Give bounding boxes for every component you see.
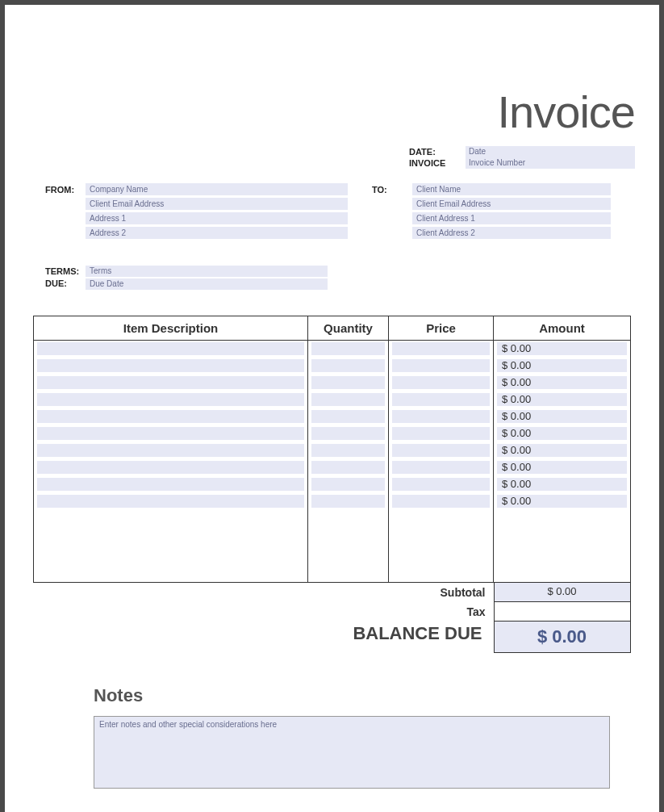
to-address2-input[interactable]: Client Address 2 — [412, 227, 611, 239]
date-label: DATE: — [409, 147, 466, 157]
cell-description[interactable] — [37, 376, 304, 389]
cell-description[interactable] — [37, 410, 304, 423]
cell-description[interactable] — [37, 495, 304, 508]
table-row: $ 0.00 — [34, 476, 631, 493]
cell-price[interactable] — [392, 495, 490, 508]
tax-label: Tax — [458, 602, 493, 622]
cell-price[interactable] — [392, 393, 490, 406]
date-input[interactable]: Date — [466, 146, 635, 157]
cell-description[interactable] — [37, 478, 304, 491]
cell-quantity[interactable] — [311, 427, 385, 440]
cell-quantity[interactable] — [311, 359, 385, 372]
cell-amount: $ 0.00 — [497, 427, 627, 440]
cell-price[interactable] — [392, 427, 490, 440]
notes-heading: Notes — [94, 685, 635, 706]
cell-description[interactable] — [37, 461, 304, 474]
cell-amount: $ 0.00 — [497, 342, 627, 355]
from-address2-input[interactable]: Address 2 — [86, 227, 348, 239]
cell-description[interactable] — [37, 393, 304, 406]
subtotal-label: Subtotal — [432, 583, 494, 602]
cell-price[interactable] — [392, 376, 490, 389]
cell-description[interactable] — [37, 359, 304, 372]
cell-amount: $ 0.00 — [497, 359, 627, 372]
table-row: $ 0.00 — [34, 341, 631, 358]
cell-quantity[interactable] — [311, 393, 385, 406]
table-row: $ 0.00 — [34, 391, 631, 408]
cell-description[interactable] — [37, 444, 304, 457]
cell-amount: $ 0.00 — [497, 393, 627, 406]
terms-section: TERMS: DUE: Terms Due Date — [45, 266, 635, 291]
to-name-input[interactable]: Client Name — [412, 183, 611, 195]
page-title: Invoice — [29, 86, 635, 138]
balance-due-value: $ 0.00 — [494, 622, 631, 653]
cell-amount: $ 0.00 — [497, 444, 627, 457]
cell-amount: $ 0.00 — [497, 461, 627, 474]
cell-price[interactable] — [392, 359, 490, 372]
table-row: $ 0.00 — [34, 493, 631, 510]
due-label: DUE: — [45, 278, 86, 290]
to-address1-input[interactable]: Client Address 1 — [412, 212, 611, 224]
table-row: $ 0.00 — [34, 375, 631, 391]
tax-value[interactable] — [494, 602, 631, 622]
balance-due-label: BALANCE DUE — [341, 622, 493, 653]
col-header-amount: Amount — [494, 316, 631, 341]
from-company-input[interactable]: Company Name — [86, 183, 348, 195]
cell-quantity[interactable] — [311, 478, 385, 491]
invoice-number-label: INVOICE — [409, 158, 466, 168]
parties-section: FROM: Company Name Client Email Address … — [29, 183, 635, 241]
cell-price[interactable] — [392, 461, 490, 474]
invoice-meta: DATE: Date INVOICE Invoice Number — [409, 146, 635, 169]
col-header-description: Item Description — [34, 316, 308, 341]
terms-input[interactable]: Terms — [86, 266, 328, 277]
subtotal-value: $ 0.00 — [494, 583, 631, 602]
line-items-table: Item Description Quantity Price Amount $… — [33, 316, 631, 583]
totals-section: Subtotal $ 0.00 Tax BALANCE DUE $ 0.00 — [34, 583, 631, 653]
col-header-price: Price — [389, 316, 494, 341]
to-email-input[interactable]: Client Email Address — [412, 198, 611, 210]
cell-quantity[interactable] — [311, 342, 385, 355]
col-header-quantity: Quantity — [308, 316, 389, 341]
from-label: FROM: — [45, 183, 86, 241]
cell-quantity[interactable] — [311, 376, 385, 389]
cell-price[interactable] — [392, 478, 490, 491]
due-date-input[interactable]: Due Date — [86, 278, 328, 290]
cell-amount: $ 0.00 — [497, 410, 627, 423]
cell-amount: $ 0.00 — [497, 478, 627, 491]
from-email-input[interactable]: Client Email Address — [86, 198, 348, 210]
cell-price[interactable] — [392, 410, 490, 423]
notes-input[interactable]: Enter notes and other special considerat… — [94, 716, 610, 789]
cell-quantity[interactable] — [311, 410, 385, 423]
cell-quantity[interactable] — [311, 461, 385, 474]
cell-quantity[interactable] — [311, 495, 385, 508]
cell-price[interactable] — [392, 444, 490, 457]
table-row: $ 0.00 — [34, 425, 631, 442]
table-row: $ 0.00 — [34, 442, 631, 459]
cell-description[interactable] — [37, 342, 304, 355]
cell-quantity[interactable] — [311, 444, 385, 457]
from-address1-input[interactable]: Address 1 — [86, 212, 348, 224]
cell-price[interactable] — [392, 342, 490, 355]
table-row: $ 0.00 — [34, 358, 631, 375]
cell-amount: $ 0.00 — [497, 376, 627, 389]
to-label: TO: — [372, 183, 412, 241]
table-row: $ 0.00 — [34, 459, 631, 476]
terms-label: TERMS: — [45, 266, 86, 278]
table-row: $ 0.00 — [34, 408, 631, 425]
invoice-number-input[interactable]: Invoice Number — [466, 157, 635, 169]
cell-amount: $ 0.00 — [497, 495, 627, 508]
cell-description[interactable] — [37, 427, 304, 440]
invoice-page: Invoice DATE: Date INVOICE Invoice Numbe… — [5, 5, 659, 812]
